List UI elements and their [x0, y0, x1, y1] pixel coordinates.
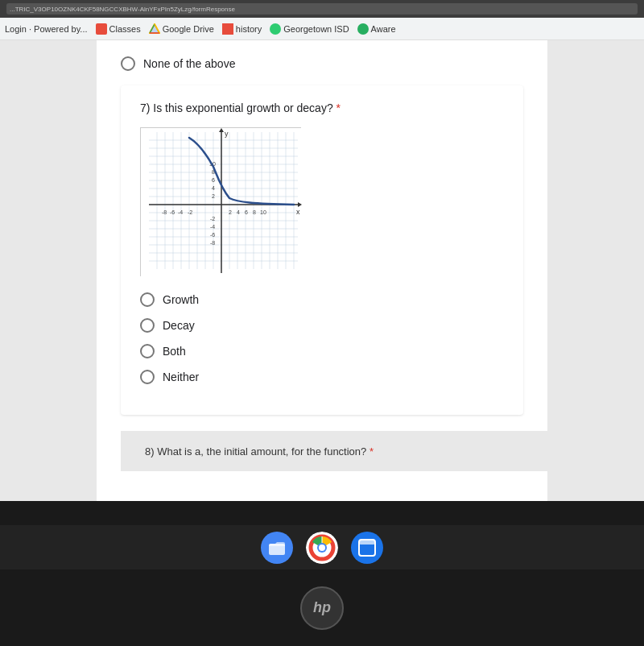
decay-label: Decay	[163, 319, 195, 332]
question-7-text: 7) Is this exponential growth or decay? …	[140, 101, 504, 114]
nav-history[interactable]: history	[222, 23, 262, 35]
svg-text:-2: -2	[210, 216, 215, 222]
history-label: history	[236, 24, 262, 34]
window-taskbar-icon[interactable]	[351, 532, 383, 564]
svg-text:y: y	[225, 130, 229, 138]
svg-point-68	[319, 545, 325, 551]
svg-text:6: 6	[245, 209, 248, 215]
nav-drive[interactable]: Google Drive	[149, 23, 214, 35]
next-required-marker: *	[369, 445, 374, 458]
svg-rect-70	[359, 540, 375, 545]
svg-text:-6: -6	[170, 209, 175, 215]
geo-icon	[270, 23, 281, 35]
drive-icon	[149, 23, 160, 35]
main-content: None of the above 7) Is this exponential…	[0, 40, 644, 501]
svg-text:-8: -8	[210, 240, 215, 246]
svg-text:-6: -6	[210, 232, 215, 238]
nav-geo[interactable]: Georgetown ISD	[270, 23, 349, 35]
both-radio[interactable]	[140, 344, 155, 358]
svg-text:2: 2	[229, 209, 232, 215]
svg-text:x: x	[296, 208, 300, 216]
classes-icon	[96, 23, 107, 35]
aware-label: Aware	[371, 24, 396, 34]
chrome-icon	[306, 532, 338, 564]
svg-text:10: 10	[260, 209, 266, 215]
browser-topbar: ...TRIC_V3OP10OZNK4CKF58NGCCXBHW-AlnYFxP…	[0, 0, 644, 18]
login-label: Login · Powered by...	[5, 24, 88, 34]
url-text: ...TRIC_V3OP10OZNK4CKF58NGCCXBHW-AlnYFxP…	[10, 6, 235, 13]
window-icon	[358, 539, 376, 557]
aware-icon	[357, 23, 369, 35]
graph-svg: x y -8 -6 -4 -2 2 4 6 8 10 10 8	[141, 128, 302, 277]
svg-text:-8: -8	[162, 209, 167, 215]
chrome-taskbar-icon[interactable]	[306, 532, 338, 564]
option-neither[interactable]: Neither	[140, 370, 504, 384]
svg-text:6: 6	[212, 177, 215, 183]
svg-text:-4: -4	[178, 209, 183, 215]
next-question-bar: 8) What is a, the initial amount, for th…	[121, 431, 572, 471]
files-taskbar-icon[interactable]	[261, 532, 293, 564]
hp-logo: hp	[300, 586, 344, 630]
nav-classes[interactable]: Classes	[96, 23, 141, 35]
both-label: Both	[163, 345, 186, 358]
geo-label: Georgetown ISD	[283, 24, 349, 34]
option-both[interactable]: Both	[140, 344, 504, 358]
folder-icon	[267, 538, 287, 557]
svg-text:4: 4	[212, 185, 215, 191]
hp-area: hp	[0, 569, 644, 646]
nav-bar: Login · Powered by... Classes Google Dri…	[0, 18, 644, 40]
graph-container: x y -8 -6 -4 -2 2 4 6 8 10 10 8	[140, 127, 301, 276]
none-above-label: None of the above	[143, 57, 235, 70]
svg-text:4: 4	[237, 209, 240, 215]
history-icon	[222, 23, 233, 35]
svg-text:-4: -4	[210, 224, 215, 230]
drive-label: Google Drive	[163, 24, 214, 34]
url-bar[interactable]: ...TRIC_V3OP10OZNK4CKF58NGCCXBHW-AlnYFxP…	[6, 3, 638, 14]
form-area: None of the above 7) Is this exponential…	[97, 40, 547, 501]
growth-label: Growth	[163, 293, 199, 306]
classes-label: Classes	[109, 24, 141, 34]
next-question-label: 8) What is a, the initial amount, for th…	[145, 445, 374, 458]
question-body: Is this exponential growth or decay?	[153, 101, 332, 114]
none-above-radio[interactable]	[121, 56, 135, 71]
option-growth[interactable]: Growth	[140, 292, 504, 307]
growth-radio[interactable]	[140, 292, 155, 307]
option-decay[interactable]: Decay	[140, 318, 504, 333]
neither-radio[interactable]	[140, 370, 155, 384]
hp-text: hp	[313, 599, 331, 616]
nav-login[interactable]: Login · Powered by...	[5, 24, 88, 34]
neither-label: Neither	[163, 371, 199, 383]
question-number: 7)	[140, 101, 150, 114]
none-above-row[interactable]: None of the above	[121, 53, 523, 71]
svg-text:8: 8	[253, 209, 256, 215]
taskbar	[0, 525, 644, 569]
question-block-7: 7) Is this exponential growth or decay? …	[121, 85, 523, 415]
decay-radio[interactable]	[140, 318, 155, 333]
required-marker: *	[336, 101, 341, 114]
nav-aware[interactable]: Aware	[357, 23, 396, 35]
svg-text:-2: -2	[188, 209, 192, 215]
svg-marker-1	[150, 24, 159, 33]
svg-text:2: 2	[212, 193, 215, 199]
